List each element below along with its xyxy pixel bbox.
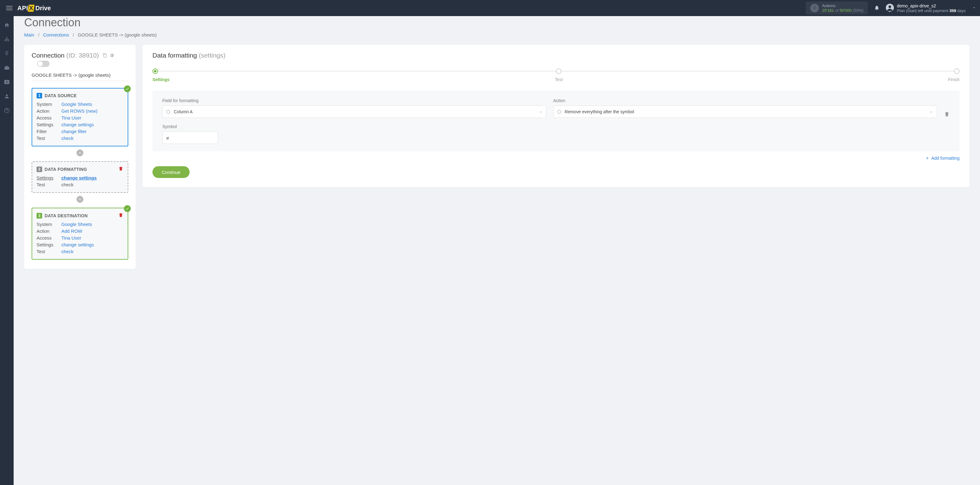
dest-system-link[interactable]: Google Sheets (61, 222, 92, 227)
formatting-panel: Data formatting (settings) Settings Test… (143, 45, 969, 187)
step-title: DATA SOURCE (45, 93, 76, 98)
step-data-destination[interactable]: 3 DATA DESTINATION SystemGoogle Sheets A… (32, 208, 128, 260)
logo-text-x: X (28, 5, 34, 12)
radio-icon (166, 110, 170, 114)
gear-icon[interactable] (109, 52, 115, 59)
field-select[interactable]: Column A (162, 106, 547, 118)
source-filter-link[interactable]: change filter (61, 129, 87, 134)
check-icon (124, 205, 131, 212)
user-icon (886, 4, 894, 13)
sidebar-account-icon[interactable] (1, 91, 13, 101)
delete-row-icon[interactable] (944, 111, 950, 118)
continue-button[interactable]: Continue (153, 166, 189, 178)
page-title: Connection (24, 16, 969, 29)
connection-title: Connection (ID: 38910) (32, 52, 128, 67)
logo[interactable]: API X Drive (18, 5, 51, 12)
source-system-link[interactable]: Google Sheets (61, 101, 92, 107)
formatting-form: Field for formatting Column A Action Rem… (153, 91, 959, 151)
sidebar-briefcase-icon[interactable] (1, 62, 13, 73)
actions-total: 50'000 (840, 8, 852, 13)
add-step-button[interactable] (76, 196, 83, 203)
copy-icon[interactable] (103, 52, 108, 59)
formatting-test: check (61, 182, 73, 187)
panel-title: Data formatting (settings) (153, 52, 959, 59)
delete-icon[interactable] (118, 166, 123, 172)
symbol-input[interactable] (162, 132, 218, 144)
connection-name: GOOGLE SHEETS -> (google sheets) (32, 73, 128, 81)
stepper-settings[interactable]: Settings (153, 68, 169, 82)
step-data-formatting[interactable]: 2 DATA FORMATTING Settingschange setting… (32, 161, 128, 193)
actions-used: 25'161 (822, 8, 834, 13)
logo-text-drive: Drive (35, 5, 51, 12)
stepper: Settings Test Finish (153, 68, 959, 82)
action-select[interactable]: Remove everything after the symbol (554, 106, 937, 118)
info-icon: i (810, 4, 819, 13)
plan-info: Plan |Start| left until payment 359 days (897, 8, 966, 13)
sidebar-billing-icon[interactable] (1, 48, 13, 59)
step-number: 3 (37, 213, 42, 219)
actions-box[interactable]: i Actions: 25'161 of 50'000 (50%) (806, 2, 868, 14)
step-title: DATA FORMATTING (45, 167, 87, 172)
delete-icon[interactable] (118, 212, 123, 219)
breadcrumb-connections[interactable]: Connections (43, 32, 69, 38)
dest-settings-link[interactable]: change settings (61, 242, 94, 247)
step-number: 2 (37, 166, 42, 172)
dest-access-link[interactable]: Tina User (61, 235, 81, 241)
svg-rect-4 (6, 40, 8, 41)
breadcrumb: Main / Connections / GOOGLE SHEETS -> (g… (24, 32, 969, 38)
svg-rect-5 (8, 40, 9, 41)
sidebar-home-icon[interactable] (1, 20, 13, 30)
svg-rect-2 (6, 37, 8, 38)
bell-icon[interactable] (874, 5, 880, 11)
step-number: 1 (37, 93, 42, 98)
symbol-label: Symbol (162, 124, 950, 129)
step-data-source[interactable]: 1 DATA SOURCE SystemGoogle Sheets Action… (32, 88, 128, 146)
dest-action-link[interactable]: Add ROW (61, 228, 83, 234)
source-action-link[interactable]: Get ROWS (new) (61, 108, 98, 114)
breadcrumb-main[interactable]: Main (24, 32, 34, 38)
breadcrumb-current: GOOGLE SHEETS -> (google sheets) (78, 32, 157, 38)
svg-point-1 (889, 5, 891, 8)
sidebar-connections-icon[interactable] (1, 34, 13, 44)
field-label: Field for formatting (162, 98, 547, 103)
stepper-test[interactable]: Test (555, 68, 563, 82)
svg-point-8 (6, 111, 7, 112)
chevron-down-icon[interactable] (972, 6, 976, 11)
sidebar-video-icon[interactable] (1, 77, 13, 87)
actions-pct: (50%) (853, 8, 864, 13)
user-block[interactable]: demo_apix-drive_s2 Plan |Start| left unt… (886, 3, 966, 13)
chevron-down-icon (539, 110, 542, 114)
main: Connection Main / Connections / GOOGLE S… (14, 16, 980, 278)
action-label: Action (554, 98, 937, 103)
hamburger-icon[interactable] (4, 3, 15, 13)
actions-label: Actions: (822, 3, 864, 8)
radio-icon (557, 110, 561, 114)
chevron-down-icon (929, 110, 933, 114)
step-title: DATA DESTINATION (45, 213, 88, 218)
source-settings-link[interactable]: change settings (61, 122, 94, 127)
add-step-button[interactable] (76, 149, 83, 156)
svg-point-6 (6, 94, 8, 96)
source-test-link[interactable]: check (61, 136, 73, 141)
username: demo_apix-drive_s2 (897, 3, 966, 8)
header: API X Drive i Actions: 25'161 of 50'000 … (0, 0, 980, 16)
connection-panel: Connection (ID: 38910) GOOGLE SHEETS -> … (24, 45, 136, 269)
enable-toggle[interactable] (37, 61, 49, 67)
check-icon (124, 86, 131, 92)
add-formatting-link[interactable]: Add formatting (925, 156, 959, 161)
logo-text-api: API (18, 5, 28, 12)
dest-test-link[interactable]: check (61, 249, 73, 254)
sidebar (0, 16, 14, 278)
sidebar-help-icon[interactable] (1, 105, 13, 116)
formatting-settings-link[interactable]: change settings (61, 175, 97, 181)
stepper-finish[interactable]: Finish (948, 68, 959, 82)
source-access-link[interactable]: Tina User (61, 115, 81, 120)
svg-rect-3 (5, 40, 6, 41)
actions-of: of (835, 8, 839, 13)
